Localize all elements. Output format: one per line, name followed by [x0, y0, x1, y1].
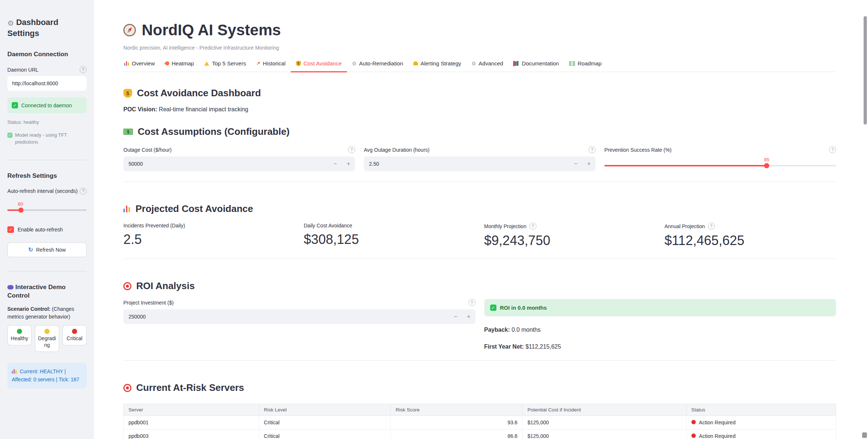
metric-value: $308,125	[304, 232, 475, 247]
tab-advanced[interactable]: Advanced	[466, 60, 508, 72]
increment-button[interactable]	[462, 309, 475, 324]
gear-icon	[352, 61, 357, 66]
help-icon[interactable]	[80, 66, 87, 73]
check-icon	[7, 133, 12, 138]
check-icon	[12, 102, 18, 108]
green-dot-icon	[17, 329, 22, 334]
tab-heatmap[interactable]: Heatmap	[160, 60, 199, 72]
project-investment-input[interactable]	[123, 314, 449, 320]
help-icon[interactable]	[829, 146, 836, 153]
payback-rest: 0.0 months	[510, 327, 541, 333]
section-title: Current At-Risk Servers	[136, 382, 244, 393]
help-icon[interactable]	[348, 146, 355, 153]
tab-label: Historical	[263, 60, 286, 66]
tab-overview[interactable]: Overview	[123, 60, 160, 72]
scenario-degrading-button[interactable]: Degrading	[35, 325, 59, 352]
tab-documentation[interactable]: Documentation	[508, 60, 564, 72]
column-header-risk-level[interactable]: Risk Level	[259, 404, 391, 416]
metric-label: Incidents Prevented (Daily)	[123, 223, 185, 229]
status-text: Action Required	[699, 420, 736, 425]
cost-assumptions-heading: Cost Assumptions (Configurable)	[123, 126, 836, 137]
refresh-interval-slider[interactable]: 60	[7, 204, 87, 215]
help-icon[interactable]	[708, 223, 715, 230]
daemon-health-caption: Status: healthy	[7, 119, 87, 126]
scenario-critical-label: Critical	[64, 335, 85, 342]
tab-alerting-strategy[interactable]: Alerting Strategy	[408, 60, 466, 72]
tab-historical[interactable]: Historical	[251, 60, 291, 72]
slider-thumb[interactable]	[764, 163, 769, 168]
payback-text: Payback: 0.0 months	[484, 327, 836, 333]
decrement-button[interactable]	[449, 309, 462, 324]
help-icon[interactable]	[529, 223, 536, 230]
metric-label: Daily Cost Avoidance	[304, 223, 352, 229]
increment-button[interactable]	[582, 156, 596, 171]
refresh-now-button[interactable]: Refresh Now	[7, 242, 87, 257]
increment-button[interactable]	[342, 156, 355, 171]
scenario-critical-button[interactable]: Critical	[62, 325, 87, 345]
target-icon	[123, 384, 131, 392]
refresh-settings-heading: Refresh Settings	[7, 172, 87, 180]
roi-section: Project Investment ($) ROI in 0.0 months…	[123, 299, 836, 350]
model-status-text: Model ready - using TFT predictions	[15, 132, 87, 146]
tab-cost-avoidance[interactable]: Cost Avoidance	[291, 60, 347, 72]
first-year-net-rest: $112,215,625	[524, 343, 561, 350]
cell-status: Action Required	[686, 416, 836, 429]
tab-label: Alerting Strategy	[420, 60, 461, 66]
outage-cost-input[interactable]	[123, 161, 329, 167]
sidebar-divider	[7, 160, 87, 160]
poc-vision-text: POC Vision: Real-time financial impact t…	[123, 106, 836, 113]
help-icon[interactable]	[469, 299, 475, 306]
outage-cost-label: Outage Cost ($/hour)	[123, 147, 172, 153]
vertical-scrollbar[interactable]	[864, 16, 867, 125]
cost-avoidance-dashboard-heading: Cost Avoidance Dashboard	[123, 87, 836, 99]
scenario-control-note-bold: Scenario Control:	[7, 306, 50, 312]
decrement-button[interactable]	[569, 156, 582, 171]
help-icon[interactable]	[589, 146, 596, 153]
refresh-icon	[28, 246, 33, 253]
tab-auto-remediation[interactable]: Auto-Remediation	[347, 60, 409, 72]
column-header-potential-cost[interactable]: Potential Cost if Incident	[522, 404, 686, 416]
tab-top-5-servers[interactable]: Top 5 Servers	[199, 60, 251, 72]
auto-refresh-checkbox[interactable]	[7, 226, 14, 233]
section-divider	[123, 181, 836, 182]
scenario-healthy-button[interactable]: Healthy	[7, 325, 32, 345]
daemon-connection-heading: Daemon Connection	[7, 50, 87, 59]
table-header-row: Server Risk Level Risk Score Potential C…	[124, 404, 836, 416]
red-dot-icon	[691, 433, 696, 438]
daemon-url-label: Daemon URL	[7, 67, 39, 73]
roi-result-box: ROI in 0.0 months	[484, 299, 836, 316]
table-row[interactable]: ppdb003 Critical 86.6 $125,000 Action Re…	[124, 429, 836, 439]
slider-thumb[interactable]	[18, 208, 23, 213]
payback-bold: Payback:	[484, 327, 510, 333]
section-title: Cost Assumptions (Configurable)	[138, 126, 290, 137]
daemon-url-input[interactable]	[7, 76, 87, 91]
cell-server: ppdb001	[124, 416, 259, 429]
section-title: Projected Cost Avoidance	[135, 203, 253, 215]
daemon-status-text: Connected to daemon	[21, 102, 72, 108]
projection-metrics: Incidents Prevented (Daily) 2.5 Daily Co…	[123, 223, 836, 248]
metric-monthly-projection: Monthly Projection $9,243,750	[484, 223, 656, 248]
table-row[interactable]: ppdb001 Critical 93.6 $125,000 Action Re…	[124, 416, 836, 429]
column-header-risk-score[interactable]: Risk Score	[391, 404, 522, 416]
section-title: ROI Analysis	[136, 280, 195, 292]
main-content: NordIQ AI Systems Nordic precision, AI i…	[94, 0, 868, 439]
app-caption: Nordic precision, AI intelligence - Pred…	[123, 45, 836, 51]
money-bag-icon	[296, 61, 301, 66]
scenario-button-row: Healthy Degrading Critical	[7, 325, 87, 352]
first-year-net-text: First Year Net: $112,215,625	[484, 343, 836, 350]
column-header-server[interactable]: Server	[124, 404, 259, 416]
metric-incidents-prevented: Incidents Prevented (Daily) 2.5	[123, 223, 295, 248]
tab-label: Auto-Remediation	[359, 60, 403, 66]
column-header-status[interactable]: Status	[686, 404, 836, 416]
decrement-button[interactable]	[329, 156, 342, 171]
project-investment-field: Project Investment ($)	[123, 299, 475, 350]
help-icon[interactable]	[80, 188, 87, 195]
outage-duration-input[interactable]	[364, 161, 569, 167]
map-icon	[569, 61, 575, 66]
tab-roadmap[interactable]: Roadmap	[564, 60, 607, 72]
prevention-rate-slider[interactable]: 85	[604, 160, 836, 171]
scenario-status-info: Current: HEALTHY | Affected: 0 servers |…	[7, 363, 87, 388]
outage-duration-label: Avg Outage Duration (hours)	[364, 147, 430, 153]
slider-value-label: 60	[18, 201, 23, 207]
bar-chart-icon	[124, 61, 129, 66]
